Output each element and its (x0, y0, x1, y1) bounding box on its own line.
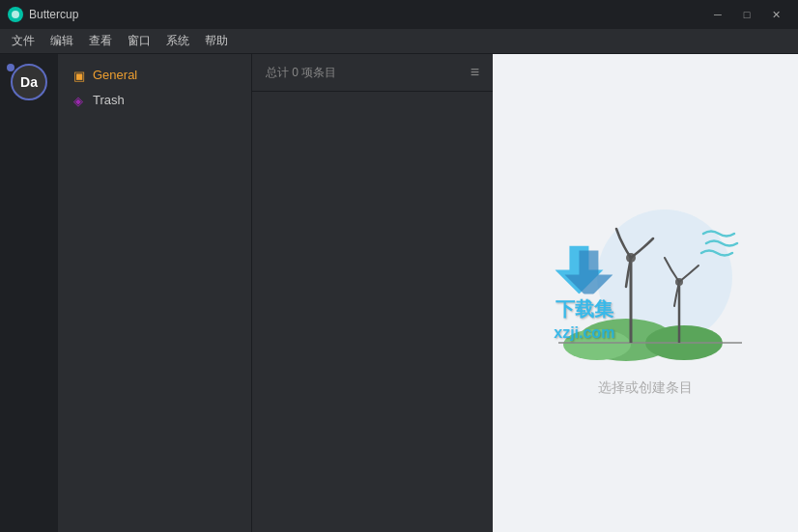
minimize-button[interactable]: ─ (703, 0, 732, 29)
menu-item-window[interactable]: 窗口 (120, 30, 158, 52)
entry-list-panel: 总计 0 项条目 ≡ (251, 54, 493, 532)
main-area: Da General Trash 总计 0 项条目 ≡ (0, 54, 798, 532)
tree-item-trash[interactable]: Trash (62, 88, 247, 112)
entry-list-body (252, 92, 493, 532)
title-bar: Buttercup ─ □ ✕ (0, 0, 798, 29)
app-icon (8, 7, 23, 22)
avatar-sidebar: Da (0, 54, 58, 532)
avatar-dot (7, 64, 14, 71)
menu-item-file[interactable]: 文件 (4, 30, 43, 52)
svg-point-4 (563, 329, 631, 360)
app-title: Buttercup (29, 8, 78, 21)
menu-item-view[interactable]: 查看 (81, 30, 120, 52)
detail-panel: 选择或创建条目 下载集 xzji.com (493, 54, 798, 532)
folder-purple-icon (73, 94, 87, 107)
illustration-container: 选择或创建条目 (539, 190, 752, 397)
svg-point-0 (12, 11, 19, 18)
avatar-initials: Da (20, 74, 38, 90)
tree-item-general[interactable]: General (62, 63, 247, 87)
entry-count: 总计 0 项条目 (266, 65, 336, 81)
tree-item-general-label: General (93, 68, 137, 82)
menu-bar: 文件 编辑 查看 窗口 系统 帮助 (0, 29, 798, 54)
entry-list-header: 总计 0 项条目 ≡ (252, 54, 493, 92)
maximize-button[interactable]: □ (732, 0, 761, 29)
menu-item-help[interactable]: 帮助 (197, 30, 236, 52)
title-bar-left: Buttercup (8, 7, 78, 22)
close-button[interactable]: ✕ (761, 0, 790, 29)
menu-item-system[interactable]: 系统 (158, 30, 197, 52)
filter-icon[interactable]: ≡ (470, 64, 479, 81)
avatar[interactable]: Da (11, 64, 47, 100)
placeholder-text: 选择或创建条目 (598, 379, 693, 397)
tree-sidebar: General Trash (58, 54, 251, 532)
menu-item-edit[interactable]: 编辑 (43, 30, 81, 52)
tree-item-trash-label: Trash (93, 93, 125, 107)
wind-turbine-illustration (539, 190, 752, 364)
folder-yellow-icon (73, 69, 87, 82)
window-controls: ─ □ ✕ (703, 0, 790, 29)
